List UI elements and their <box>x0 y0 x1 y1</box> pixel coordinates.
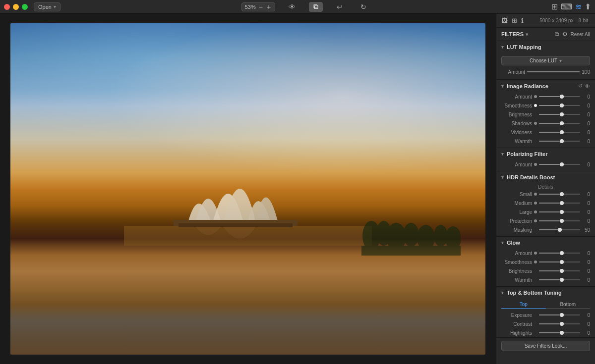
lut-amount-value: 100 <box>582 69 590 75</box>
radiance-amount-dot <box>534 95 537 98</box>
hdr-small-dot <box>534 193 537 196</box>
tb-highlights-value: 0 <box>582 330 590 336</box>
hdr-small-row: Small 0 <box>496 190 595 199</box>
lut-amount-row: Amount 100 <box>501 67 590 76</box>
tb-highlights-slider[interactable] <box>539 329 580 336</box>
panel-top-right: 5000 x 3409 px 8-bit <box>539 18 590 23</box>
tb-exposure-value: 0 <box>582 312 590 318</box>
lut-mapping-section: ▾ LUT Mapping Choose LUT ▾ Amount 100 <box>496 41 595 80</box>
tb-contrast-slider[interactable] <box>539 320 580 327</box>
hdr-header[interactable]: ▾ HDR Details Boost <box>496 171 595 183</box>
glow-amount-row: Amount 0 <box>496 249 595 258</box>
info-icon[interactable]: ℹ <box>521 17 524 24</box>
hdr-details-subheader: Details <box>496 183 595 190</box>
glow-header[interactable]: ▾ Glow <box>496 237 595 249</box>
radiance-smoothness-label: Smoothness <box>501 103 532 108</box>
crop-button[interactable]: ⊞ <box>551 2 558 11</box>
glow-warmth-slider[interactable] <box>539 276 580 283</box>
tab-bottom[interactable]: Bottom <box>546 301 591 309</box>
chevron-down-icon: ▾ <box>54 4 56 9</box>
glow-smoothness-row: Smoothness 0 <box>496 258 595 266</box>
hdr-medium-slider[interactable] <box>539 200 580 207</box>
fullscreen-button[interactable] <box>22 4 28 10</box>
undo-icon[interactable]: ↩ <box>333 2 347 12</box>
lut-amount-slider[interactable] <box>527 68 580 75</box>
radiance-warmth-slider[interactable] <box>539 138 580 145</box>
image-icon[interactable]: 🖼 <box>501 17 508 24</box>
radiance-vividness-label: Vividness <box>501 130 532 135</box>
polarizing-amount-label: Amount <box>501 162 532 167</box>
lut-mapping-header[interactable]: ▾ LUT Mapping <box>496 41 595 53</box>
glow-warmth-value: 0 <box>582 277 590 283</box>
hdr-large-slider[interactable] <box>539 208 580 215</box>
radiance-amount-row: Amount 0 <box>496 92 595 101</box>
trees-svg <box>361 216 461 256</box>
polarizing-section: ▾ Polarizing Filter Amount 0 <box>496 148 595 171</box>
svg-point-8 <box>434 225 448 247</box>
zoom-controls: 53% − + <box>241 2 275 11</box>
minimize-button[interactable] <box>13 4 19 10</box>
hdr-masking-row: Masking 50 <box>496 225 595 236</box>
polarizing-collapse-icon: ▾ <box>501 152 504 156</box>
radiance-smoothness-slider[interactable] <box>539 102 580 109</box>
radiance-brightness-slider[interactable] <box>539 111 580 118</box>
radiance-eye-icon[interactable]: 👁 <box>585 83 590 89</box>
tb-exposure-slider[interactable] <box>539 312 580 318</box>
top-bottom-header[interactable]: ▾ Top & Bottom Tuning <box>496 287 595 299</box>
glow-brightness-slider[interactable] <box>539 267 580 274</box>
canvas-area[interactable] <box>0 14 496 364</box>
redo-icon[interactable]: ↻ <box>357 2 370 12</box>
glow-smoothness-label: Smoothness <box>501 260 532 265</box>
hdr-protection-label: Protection <box>501 218 532 224</box>
glow-brightness-label: Brightness <box>501 268 532 274</box>
close-button[interactable] <box>4 4 10 10</box>
image-radiance-header[interactable]: ▾ Image Radiance ↺ 👁 <box>496 80 595 92</box>
zoom-plus-button[interactable]: + <box>266 3 272 10</box>
tb-contrast-value: 0 <box>582 321 590 327</box>
radiance-reset-icon[interactable]: ↺ <box>578 83 583 89</box>
radiance-vividness-slider[interactable] <box>539 129 580 136</box>
reset-all-button[interactable]: Reset All <box>571 32 590 37</box>
right-panel: 🖼 ⊞ ℹ 5000 x 3409 px 8-bit FILTERS ▾ ⧉ ⚙… <box>496 14 595 364</box>
zoom-minus-button[interactable]: − <box>258 3 264 10</box>
polarizing-header[interactable]: ▾ Polarizing Filter <box>496 148 595 160</box>
hdr-small-slider[interactable] <box>539 191 580 198</box>
hdr-large-label: Large <box>501 209 532 215</box>
open-button[interactable]: Open ▾ <box>34 2 60 11</box>
radiance-amount-slider[interactable] <box>539 93 580 100</box>
filters-icon[interactable]: ≋ <box>575 2 582 11</box>
radiance-shadows-value: 0 <box>582 121 590 126</box>
glow-collapse-icon: ▾ <box>501 240 504 245</box>
filter-copy-icon[interactable]: ⧉ <box>555 31 559 38</box>
export-icon[interactable]: ⬆ <box>585 2 591 11</box>
hdr-masking-label: Masking <box>501 227 532 233</box>
svg-point-4 <box>376 221 391 246</box>
hdr-masking-slider[interactable] <box>539 226 580 233</box>
titlebar: Open ▾ 53% − + 👁 ⧉ ↩ ↻ ⊞ ⌨ ≋ ⬆ <box>0 0 595 14</box>
glow-warmth-row: Warmth 0 <box>496 275 595 286</box>
hdr-protection-slider[interactable] <box>539 217 580 224</box>
glow-brightness-row: Brightness 0 <box>496 266 595 275</box>
keyboard-icon[interactable]: ⌨ <box>561 2 572 11</box>
svg-rect-0 <box>124 226 372 246</box>
tb-exposure-label: Exposure <box>501 312 532 318</box>
layers-icon[interactable]: ⊞ <box>512 17 517 24</box>
polarizing-amount-value: 0 <box>582 162 590 167</box>
radiance-shadows-slider[interactable] <box>539 120 580 127</box>
compare-icon[interactable]: ⧉ <box>309 2 323 12</box>
tb-exposure-row: Exposure 0 <box>496 311 595 319</box>
tab-top[interactable]: Top <box>501 301 546 309</box>
filter-settings-icon[interactable]: ⚙ <box>562 31 568 38</box>
choose-lut-button[interactable]: Choose LUT ▾ <box>501 56 590 65</box>
radiance-shadows-label: Shadows <box>501 121 532 126</box>
glow-smoothness-value: 0 <box>582 260 590 265</box>
lut-amount-label: Amount <box>501 69 525 75</box>
polarizing-amount-slider[interactable] <box>539 161 580 168</box>
radiance-smoothness-value: 0 <box>582 103 590 108</box>
lut-collapse-icon: ▾ <box>501 45 504 50</box>
hdr-medium-value: 0 <box>582 201 590 206</box>
save-filters-button[interactable]: Save Filters Look... <box>501 341 590 351</box>
view-icon[interactable]: 👁 <box>285 2 299 12</box>
glow-amount-slider[interactable] <box>539 250 580 257</box>
glow-smoothness-slider[interactable] <box>539 259 580 265</box>
